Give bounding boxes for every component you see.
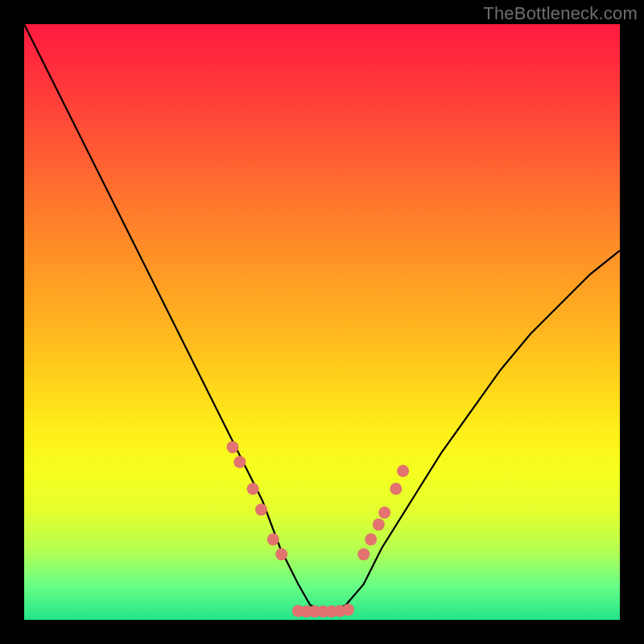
data-point	[373, 518, 385, 530]
chart-overlay	[24, 24, 620, 620]
data-point	[342, 604, 354, 616]
bottleneck-curve	[24, 24, 620, 611]
dots-left	[227, 441, 288, 560]
data-point	[378, 506, 390, 518]
data-point	[365, 534, 377, 546]
chart-frame: TheBottleneck.com	[0, 0, 644, 644]
dots-floor	[292, 604, 354, 617]
data-point	[247, 483, 259, 495]
data-point	[397, 465, 409, 477]
data-point	[255, 504, 267, 516]
data-point	[357, 548, 369, 560]
attribution-label: TheBottleneck.com	[483, 3, 638, 24]
data-point	[233, 456, 246, 468]
data-point	[390, 483, 402, 495]
data-point	[267, 534, 279, 546]
data-point	[275, 548, 287, 560]
data-point	[227, 441, 239, 453]
plot-area	[24, 24, 620, 620]
